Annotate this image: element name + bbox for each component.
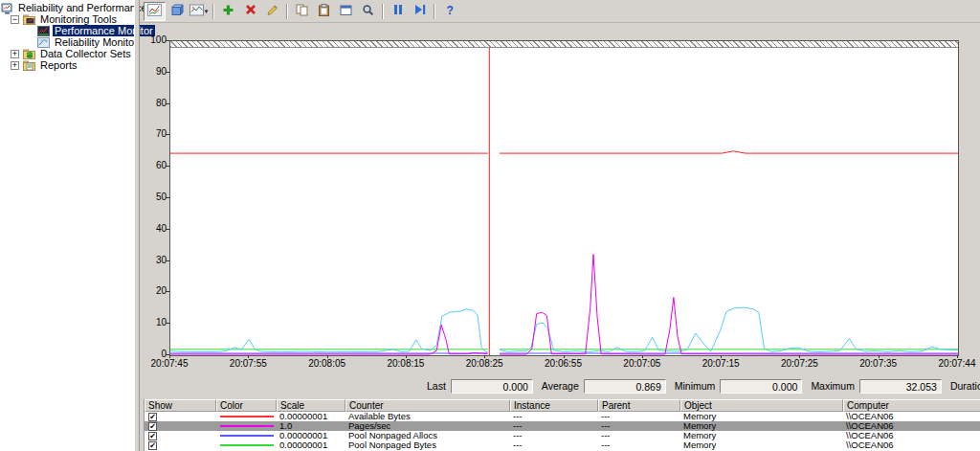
show-checkbox[interactable]: ✔ (148, 432, 157, 440)
reports-icon (23, 60, 35, 71)
counter-legend-table: ShowColorScaleCounterInstanceParentObjec… (144, 399, 980, 451)
sidebar-item-reliability-monitor[interactable]: Reliability Monitor (0, 36, 134, 48)
performance-graph[interactable] (169, 40, 959, 356)
show-checkbox[interactable]: ✔ (148, 413, 157, 421)
y-axis-label: 60 (140, 160, 167, 170)
cell-object: Memory (680, 440, 843, 450)
counter-row-pages-sec[interactable]: ✔1.0Pages/sec------Memory\\OCEAN06 (145, 421, 980, 431)
sidebar-item-label: Reliability and Performance (16, 2, 149, 13)
cell-computer: \\OCEAN06 (843, 412, 980, 421)
app-icon (1, 3, 13, 13)
cell-computer: \\OCEAN06 (843, 440, 980, 450)
counter-color-swatch (220, 416, 274, 417)
y-axis-tick (166, 323, 169, 324)
x-axis-label: 20:08:05 (308, 358, 345, 369)
series-line-pages-sec (170, 325, 488, 354)
column-header-scale[interactable]: Scale (277, 399, 345, 412)
x-axis-label: 20:07:15 (702, 358, 740, 369)
cell-counter: Pages/sec (345, 421, 510, 431)
x-axis-label: 20:07:44 (939, 358, 976, 369)
folder-data-icon (23, 49, 35, 59)
cell-instance: --- (510, 431, 598, 440)
perfmon-window: Reliability and Performance−Monitoring T… (0, 0, 980, 451)
perfmon-icon (37, 26, 50, 36)
sidebar-item-label: Monitoring Tools (38, 13, 119, 25)
sidebar-item-data-collector-sets[interactable]: +Data Collector Sets (0, 48, 134, 59)
cell-scale: 1.0 (277, 421, 345, 431)
y-axis-label: 90 (140, 66, 167, 77)
counter-row-available-bytes[interactable]: ✔0.00000001Available Bytes------Memory\\… (145, 412, 980, 421)
y-axis-label: 10 (140, 317, 167, 327)
cell-scale: 0.00000001 (277, 431, 345, 440)
series-line-available-bytes (500, 151, 958, 153)
counter-row-pool-nonpaged-bytes[interactable]: ✔0.00000001Pool Nonpaged Bytes------Memo… (145, 440, 980, 450)
duration-label: Duration (950, 380, 980, 392)
folder-tools-icon (23, 14, 35, 25)
cell-counter: Pool Nonpaged Bytes (345, 440, 510, 450)
maximum-value: 32.053 (859, 379, 942, 394)
graph-lines (170, 41, 958, 355)
x-axis-label: 20:07:45 (151, 358, 189, 369)
cell-parent: --- (598, 421, 680, 431)
sidebar-item-reliability-and-performance[interactable]: Reliability and Performance (0, 2, 134, 13)
column-header-color[interactable]: Color (216, 399, 277, 412)
column-header-instance[interactable]: Instance (510, 399, 598, 412)
value-bar: Last 0.000 Average 0.869 Minimum 0.000 M… (140, 377, 980, 395)
minimum-label: Minimum (675, 380, 716, 392)
minimum-value: 0.000 (720, 379, 802, 394)
cell-computer: \\OCEAN06 (843, 421, 980, 431)
y-axis-tick (166, 197, 169, 198)
y-axis-tick (166, 166, 169, 167)
y-axis-tick (166, 260, 169, 261)
series-line-cyan-series (500, 307, 958, 352)
expand-icon[interactable]: + (11, 50, 19, 58)
last-value: 0.000 (451, 379, 533, 394)
cell-parent: --- (598, 412, 680, 421)
sidebar-item-monitoring-tools[interactable]: −Monitoring Tools (0, 13, 134, 25)
column-header-parent[interactable]: Parent (598, 399, 680, 412)
y-axis-label: 70 (140, 128, 167, 139)
counter-row-pool-nonpaged-allocs[interactable]: ✔0.00000001Pool Nonpaged Allocs------Mem… (145, 431, 980, 440)
y-axis-tick (166, 72, 169, 73)
cell-scale: 0.00000001 (277, 412, 345, 421)
cell-instance: --- (510, 421, 598, 431)
sidebar-item-performance-monitor[interactable]: Performance Monitor (0, 25, 134, 36)
table-body: ✔0.00000001Available Bytes------Memory\\… (145, 412, 980, 450)
cell-object: Memory (680, 412, 843, 421)
x-axis-label: 20:07:25 (781, 358, 818, 369)
column-header-computer[interactable]: Computer (843, 399, 980, 412)
x-axis-label: 20:06:55 (545, 358, 582, 369)
y-axis-tick (166, 40, 169, 41)
y-axis-label: 100 (140, 34, 167, 45)
reliability-icon (37, 37, 50, 48)
cell-object: Memory (680, 431, 843, 440)
chart-area: 100908070605040302010020:07:4520:07:5520… (140, 0, 980, 375)
collapse-icon[interactable]: − (11, 15, 19, 24)
sidebar-item-label: Reliability Monitor (53, 36, 140, 48)
series-line-pages-sec (500, 255, 958, 354)
counter-color-swatch (220, 435, 274, 437)
sidebar-tree: Reliability and Performance−Monitoring T… (0, 0, 134, 451)
cell-parent: --- (598, 431, 680, 440)
y-axis-label: 20 (140, 285, 167, 296)
cell-parent: --- (598, 440, 680, 450)
y-axis-tick (166, 291, 169, 292)
column-header-show[interactable]: Show (145, 399, 216, 412)
cell-instance: --- (510, 440, 598, 450)
sidebar-item-reports[interactable]: +Reports (0, 59, 134, 71)
x-axis-label: 20:08:25 (466, 358, 503, 369)
column-header-object[interactable]: Object (680, 399, 843, 412)
graph-top-hatch-band (170, 41, 958, 48)
cell-object: Memory (680, 421, 843, 431)
show-checkbox[interactable]: ✔ (148, 441, 157, 450)
cell-computer: \\OCEAN06 (843, 431, 980, 440)
expand-icon[interactable]: + (11, 61, 19, 70)
show-checkbox[interactable]: ✔ (148, 422, 157, 431)
y-axis-tick (166, 229, 169, 230)
counter-color-swatch (220, 444, 274, 446)
column-header-counter[interactable]: Counter (345, 399, 510, 412)
sidebar-item-label: Reports (38, 59, 79, 71)
x-axis-label: 20:07:05 (623, 358, 660, 369)
y-axis-label: 40 (140, 223, 167, 234)
x-axis-label: 20:07:55 (230, 358, 267, 369)
